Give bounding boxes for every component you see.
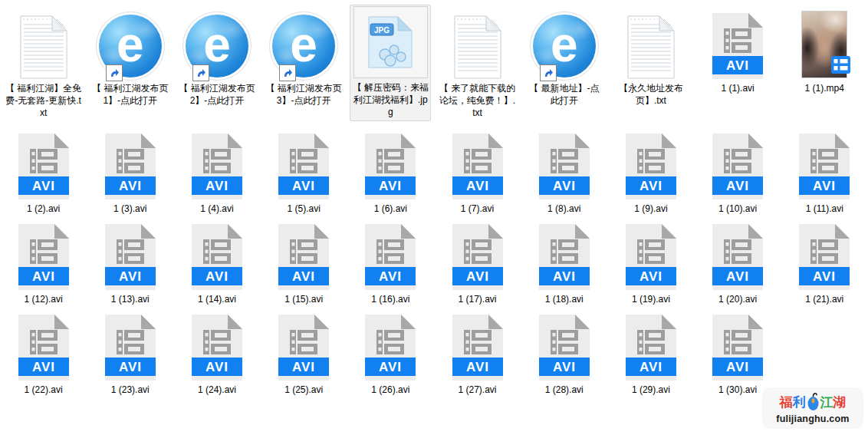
file-item[interactable]: AVI 1 (27).avi bbox=[434, 311, 521, 402]
file-name-label[interactable]: 【 解压密码：来福利江湖找福利】.jpg bbox=[351, 81, 429, 118]
file-name-label[interactable]: 【 最新地址】-点此打开 bbox=[525, 82, 603, 107]
file-name-label[interactable]: 1 (10).avi bbox=[718, 203, 757, 215]
svg-text:AVI: AVI bbox=[553, 179, 576, 193]
file-item[interactable]: AVI 1 (10).avi bbox=[695, 130, 781, 221]
file-name-label[interactable]: 1 (14).avi bbox=[198, 293, 236, 305]
file-item[interactable]: AVI 1 (25).avi bbox=[261, 311, 347, 402]
file-name-label[interactable]: 【 福利江湖发布页3】-点此打开 bbox=[265, 82, 343, 107]
file-item[interactable]: AVI 1 (13).avi bbox=[87, 221, 173, 311]
file-name-label[interactable]: 1 (18).avi bbox=[545, 293, 584, 305]
file-item[interactable]: AVI 1 (28).avi bbox=[521, 311, 607, 402]
file-icon-area: AVI bbox=[192, 221, 242, 290]
file-icon-area: AVI bbox=[105, 311, 156, 381]
file-name-label[interactable]: 1 (5).avi bbox=[287, 203, 320, 215]
file-item[interactable]: AVI 1 (23).avi bbox=[87, 311, 173, 402]
file-icon-area: AVI bbox=[712, 311, 763, 381]
file-name-label[interactable]: 1 (13).avi bbox=[111, 293, 150, 305]
file-item[interactable]: AVI 1 (3).avi bbox=[87, 130, 173, 221]
file-item[interactable]: AVI 1 (15).avi bbox=[261, 221, 347, 311]
file-item[interactable]: 【 来了就能下载的论坛，纯免费！】.txt bbox=[434, 5, 521, 130]
video-file-icon: AVI bbox=[799, 133, 850, 199]
file-item[interactable]: AVI 1 (24).avi bbox=[173, 311, 260, 402]
desktop-file-grid: 【 福利江湖】全免费-无套路-更新快.txte 【 福利江湖发布页1】-点此打开… bbox=[0, 0, 868, 435]
file-name-label[interactable]: 【 福利江湖发布页1】-点此打开 bbox=[91, 82, 169, 107]
file-name-label[interactable]: 1 (25).avi bbox=[284, 384, 323, 396]
file-item[interactable]: AVI 1 (1).avi bbox=[695, 5, 781, 130]
file-name-label[interactable]: 1 (12).avi bbox=[25, 293, 63, 305]
file-item[interactable]: AVI 1 (29).avi bbox=[607, 311, 694, 402]
video-thumbnail bbox=[801, 11, 847, 78]
file-name-label[interactable]: 1 (22).avi bbox=[25, 384, 63, 396]
file-item[interactable]: AVI 1 (26).avi bbox=[347, 311, 434, 402]
file-icon-area: AVI bbox=[18, 221, 69, 290]
file-item[interactable]: AVI 1 (7).avi bbox=[434, 130, 521, 221]
file-name-label[interactable]: 1 (19).avi bbox=[632, 293, 670, 305]
file-icon-area: AVI bbox=[712, 221, 763, 290]
file-name-label[interactable]: 1 (17).avi bbox=[459, 293, 497, 305]
video-file-icon: AVI bbox=[192, 224, 242, 290]
file-item[interactable]: AVI 1 (19).avi bbox=[607, 221, 694, 311]
file-name-label[interactable]: 1 (1).avi bbox=[721, 82, 754, 94]
video-file-icon: AVI bbox=[712, 133, 763, 199]
file-name-label[interactable]: 1 (6).avi bbox=[374, 203, 407, 215]
file-name-label[interactable]: 1 (9).avi bbox=[634, 203, 667, 215]
file-name-label[interactable]: 【永久地址发布页】.txt bbox=[612, 82, 690, 107]
file-item[interactable]: AVI 1 (11).avi bbox=[781, 130, 868, 221]
file-name-label[interactable]: 1 (20).avi bbox=[718, 293, 757, 305]
file-item[interactable]: AVI 1 (21).avi bbox=[781, 221, 868, 311]
file-name-label[interactable]: 【 福利江湖发布页2】-点此打开 bbox=[178, 82, 256, 107]
file-name-label[interactable]: 【 福利江湖】全免费-无套路-更新快.txt bbox=[5, 82, 83, 119]
file-name-label[interactable]: 1 (28).avi bbox=[545, 384, 584, 396]
file-icon-area: AVI bbox=[799, 130, 850, 199]
file-item[interactable]: AVI 1 (18).avi bbox=[521, 221, 607, 311]
file-item[interactable]: AVI 1 (5).avi bbox=[261, 130, 347, 221]
file-name-label[interactable]: 1 (2).avi bbox=[27, 203, 60, 215]
file-item[interactable]: AVI 1 (8).avi bbox=[521, 130, 607, 221]
file-name-label[interactable]: 1 (1).mp4 bbox=[805, 82, 844, 94]
svg-text:AVI: AVI bbox=[813, 179, 836, 193]
file-icon-area: e bbox=[186, 5, 248, 79]
file-name-label[interactable]: 1 (3).avi bbox=[113, 203, 146, 215]
file-name-label[interactable]: 1 (15).avi bbox=[284, 293, 323, 305]
file-item[interactable]: AVI 1 (12).avi bbox=[0, 221, 87, 311]
file-name-label[interactable]: 1 (30).avi bbox=[718, 384, 757, 396]
file-item[interactable]: 【永久地址发布页】.txt bbox=[607, 5, 694, 130]
file-name-label[interactable]: 1 (23).avi bbox=[111, 384, 150, 396]
file-name-label[interactable]: 1 (27).avi bbox=[459, 384, 497, 396]
svg-text:AVI: AVI bbox=[32, 179, 55, 193]
file-name-label[interactable]: 【 来了就能下载的论坛，纯免费！】.txt bbox=[439, 82, 517, 119]
video-file-icon: AVI bbox=[452, 315, 503, 381]
video-file-icon: AVI bbox=[712, 13, 763, 79]
file-name-label[interactable]: 1 (21).avi bbox=[805, 293, 843, 305]
file-item[interactable]: JPG 【 解压密码：来福利江湖找福利】.jpg bbox=[350, 5, 431, 121]
file-item[interactable]: AVI 1 (17).avi bbox=[434, 221, 521, 311]
svg-text:AVI: AVI bbox=[205, 179, 229, 193]
file-item[interactable]: AVI 1 (14).avi bbox=[173, 221, 260, 311]
file-name-label[interactable]: 1 (24).avi bbox=[198, 384, 236, 396]
file-name-label[interactable]: 1 (11).avi bbox=[806, 203, 843, 215]
file-item[interactable]: e 【 福利江湖发布页3】-点此打开 bbox=[261, 5, 347, 130]
file-item[interactable]: e 【 最新地址】-点此打开 bbox=[521, 5, 607, 130]
file-name-label[interactable]: 1 (16).avi bbox=[371, 293, 409, 305]
video-file-icon: AVI bbox=[626, 315, 676, 381]
file-name-label[interactable]: 1 (7).avi bbox=[461, 203, 494, 215]
file-item[interactable]: 1 (1).mp4 bbox=[781, 5, 868, 130]
file-item[interactable]: AVI 1 (22).avi bbox=[0, 311, 87, 402]
file-item[interactable]: AVI 1 (2).avi bbox=[0, 130, 87, 221]
file-name-label[interactable]: 1 (29).avi bbox=[632, 384, 670, 396]
file-icon-area: AVI bbox=[105, 221, 156, 290]
file-icon-area: AVI bbox=[18, 311, 69, 381]
file-item[interactable]: AVI 1 (20).avi bbox=[695, 221, 781, 311]
file-item[interactable]: AVI 1 (16).avi bbox=[347, 221, 434, 311]
file-item[interactable]: e 【 福利江湖发布页2】-点此打开 bbox=[173, 5, 260, 130]
file-item[interactable]: e 【 福利江湖发布页1】-点此打开 bbox=[87, 5, 173, 130]
file-item[interactable]: AVI 1 (9).avi bbox=[607, 130, 694, 221]
file-icon-area: AVI bbox=[626, 221, 676, 290]
file-item[interactable]: 【 福利江湖】全免费-无套路-更新快.txt bbox=[0, 5, 87, 130]
file-name-label[interactable]: 1 (8).avi bbox=[547, 203, 580, 215]
svg-text:AVI: AVI bbox=[639, 179, 663, 193]
file-name-label[interactable]: 1 (4).avi bbox=[200, 203, 233, 215]
file-name-label[interactable]: 1 (26).avi bbox=[371, 384, 409, 396]
file-item[interactable]: AVI 1 (4).avi bbox=[173, 130, 260, 221]
file-item[interactable]: AVI 1 (6).avi bbox=[347, 130, 434, 221]
